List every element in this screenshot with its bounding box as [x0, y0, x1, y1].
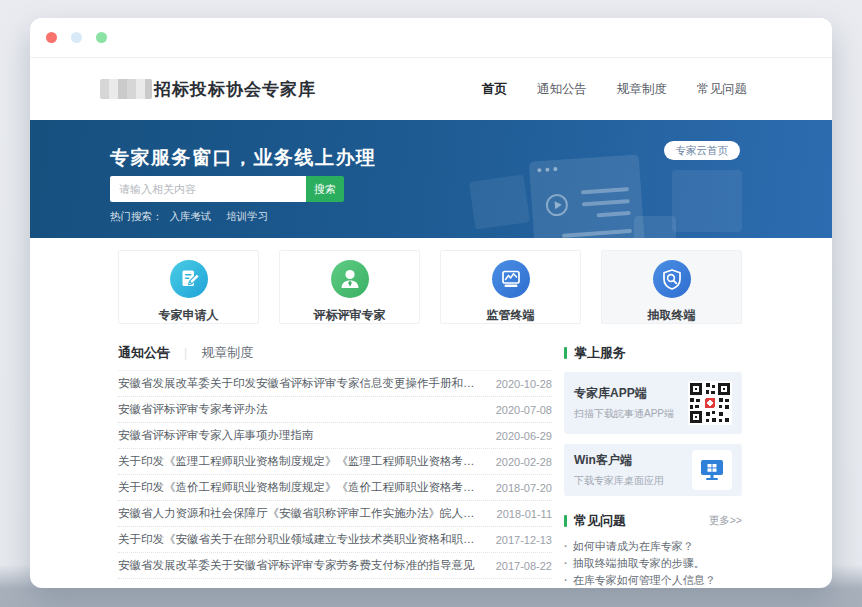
- nav-item-home[interactable]: 首页: [482, 81, 507, 98]
- nav-item-notices[interactable]: 通知公告: [537, 81, 587, 98]
- site-logo[interactable]: 招标投标协会专家库: [100, 78, 316, 101]
- tab-separator: |: [184, 346, 187, 360]
- card-supervision-terminal[interactable]: 监管终端: [440, 250, 581, 324]
- notice-title: 关于印发《监理工程师职业资格制度规定》《监理工程师职业资格考试实施办法》的通知: [118, 454, 482, 469]
- notice-date: 2020-10-28: [496, 378, 552, 390]
- search-input[interactable]: [110, 176, 306, 202]
- nav-item-faq[interactable]: 常见问题: [697, 81, 747, 98]
- section-marker: [564, 515, 567, 527]
- notice-date: 2020-02-28: [496, 456, 552, 468]
- tab-rules[interactable]: 规章制度: [201, 344, 253, 362]
- notice-title: 安徽省发展改革委关于印发安徽省评标评审专家信息变更操作手册和安徽省评标评审专家.…: [118, 376, 482, 391]
- notice-row[interactable]: 关于印发《监理工程师职业资格制度规定》《监理工程师职业资格考试实施办法》的通知 …: [118, 449, 552, 475]
- notice-row[interactable]: 安徽省发展改革委关于印发安徽省评标评审专家信息变更操作手册和安徽省评标评审专家.…: [118, 371, 552, 397]
- service-subtitle: 扫描下载皖事通APP端: [574, 407, 674, 421]
- notice-title: 安徽省评标评审专家入库事项办理指南: [118, 428, 482, 443]
- service-card-win[interactable]: Win客户端 下载专家库桌面应用: [564, 444, 742, 496]
- service-title: Win客户端: [574, 452, 664, 469]
- faq-more-link[interactable]: 更多>>: [709, 514, 742, 528]
- faq-item[interactable]: 在库专家如何管理个人信息？: [564, 572, 742, 588]
- faq-item[interactable]: 抽取终端抽取专家的步骤。: [564, 555, 742, 572]
- search-button[interactable]: 搜索: [306, 176, 344, 202]
- card-expert-applicant[interactable]: 专家申请人: [118, 250, 259, 324]
- card-label: 专家申请人: [119, 307, 258, 324]
- site-header: 招标投标协会专家库 首页 通知公告 规章制度 常见问题: [30, 58, 832, 120]
- qr-code-icon: [688, 381, 732, 425]
- window-minimize-button[interactable]: [71, 32, 82, 43]
- document-pen-icon: [170, 260, 208, 298]
- main-nav: 首页 通知公告 规章制度 常见问题: [482, 81, 747, 98]
- notice-row[interactable]: 安徽省评标评审专家考评办法 2020-07-08: [118, 397, 552, 423]
- notice-date: 2017-12-13: [496, 534, 552, 546]
- notice-date: 2018-07-20: [496, 482, 552, 494]
- window-close-button[interactable]: [46, 32, 57, 43]
- notice-title: 安徽省人力资源和社会保障厅《安徽省职称评审工作实施办法》皖人社发〔2018〕5号: [118, 506, 483, 521]
- notice-row[interactable]: 安徽省评标评审专家入库事项办理指南 2020-06-29: [118, 423, 552, 449]
- window-zoom-button[interactable]: [96, 32, 107, 43]
- service-title: 专家库APP端: [574, 385, 674, 402]
- card-label: 评标评审专家: [280, 307, 419, 324]
- nav-item-rules[interactable]: 规章制度: [617, 81, 667, 98]
- faq-header: 常见问题 更多>>: [564, 512, 742, 530]
- notice-date: 2020-06-29: [496, 430, 552, 442]
- site-title: 招标投标协会专家库: [154, 78, 316, 101]
- hot-search-item[interactable]: 培训学习: [226, 210, 268, 222]
- notice-row[interactable]: 安徽省人力资源和社会保障厅《安徽省职称评审工作实施办法》皖人社发〔2018〕5号…: [118, 501, 552, 527]
- quick-entry-cards: 专家申请人 评标评审专家: [118, 250, 742, 324]
- notice-row[interactable]: 安徽省发展改革委关于安徽省评标评审专家劳务费支付标准的指导意见 2017-08-…: [118, 553, 552, 579]
- banner-title: 专家服务窗口，业务线上办理: [110, 145, 377, 171]
- hot-search-row: 热门搜索： 入库考试 培训学习: [110, 210, 280, 224]
- window-titlebar: [30, 18, 832, 58]
- card-label: 抽取终端: [602, 307, 741, 324]
- notice-date: 2018-01-11: [497, 508, 552, 520]
- hero-banner: 专家服务窗口，业务线上办理 搜索 热门搜索： 入库考试 培训学习 专家云首页: [30, 120, 832, 238]
- notices-tabs: 通知公告 | 规章制度: [118, 344, 552, 371]
- card-label: 监管终端: [441, 307, 580, 324]
- service-subtitle: 下载专家库桌面应用: [574, 474, 664, 488]
- notice-title: 安徽省发展改革委关于安徽省评标评审专家劳务费支付标准的指导意见: [118, 558, 482, 573]
- faq-list: 如何申请成为在库专家？ 抽取终端抽取专家的步骤。 在库专家如何管理个人信息？ 在…: [564, 538, 742, 588]
- notice-date: 2017-08-22: [496, 560, 552, 572]
- notice-title: 关于印发《造价工程师职业资格制度规定》《造价工程师职业资格考试实施办法》的通知: [118, 480, 482, 495]
- faq-title: 常见问题: [574, 512, 709, 530]
- hot-search-item[interactable]: 入库考试: [169, 210, 211, 222]
- person-icon: [331, 260, 369, 298]
- right-sidebar: 掌上服务 专家库APP端 扫描下载皖事通APP端: [564, 344, 742, 588]
- notice-date: 2020-07-08: [496, 404, 552, 416]
- card-evaluation-expert[interactable]: 评标评审专家: [279, 250, 420, 324]
- monitor-chart-icon: [492, 260, 530, 298]
- notice-row[interactable]: 关于印发《造价工程师职业资格制度规定》《造价工程师职业资格考试实施办法》的通知 …: [118, 475, 552, 501]
- browser-window: 招标投标协会专家库 首页 通知公告 规章制度 常见问题 专家服务窗口，业务线上办…: [30, 18, 832, 588]
- logo-censored-region: [100, 79, 152, 99]
- mobile-services-title: 掌上服务: [574, 344, 742, 362]
- notices-section: 通知公告 | 规章制度 安徽省发展改革委关于印发安徽省评标评审专家信息变更操作手…: [118, 344, 552, 588]
- service-card-app[interactable]: 专家库APP端 扫描下载皖事通APP端: [564, 372, 742, 434]
- expert-cloud-home-button[interactable]: 专家云首页: [664, 141, 741, 160]
- hot-search-label: 热门搜索：: [110, 210, 163, 222]
- card-extraction-terminal[interactable]: 抽取终端: [601, 250, 742, 324]
- faq-item[interactable]: 如何申请成为在库专家？: [564, 538, 742, 555]
- notice-title: 安徽省评标评审专家考评办法: [118, 402, 482, 417]
- main-content: 专家申请人 评标评审专家: [30, 238, 832, 588]
- tab-notices[interactable]: 通知公告: [118, 344, 170, 362]
- windows-client-icon: [692, 450, 732, 490]
- shield-search-icon: [653, 260, 691, 298]
- notice-title: 关于印发《安徽省关于在部分职业领域建立专业技术类职业资格和职称 对应关系的指导意…: [118, 532, 482, 547]
- search-bar: 搜索: [110, 176, 344, 202]
- mobile-services-header: 掌上服务: [564, 344, 742, 362]
- section-marker: [564, 347, 567, 359]
- notice-row[interactable]: 关于印发《安徽省关于在部分职业领域建立专业技术类职业资格和职称 对应关系的指导意…: [118, 527, 552, 553]
